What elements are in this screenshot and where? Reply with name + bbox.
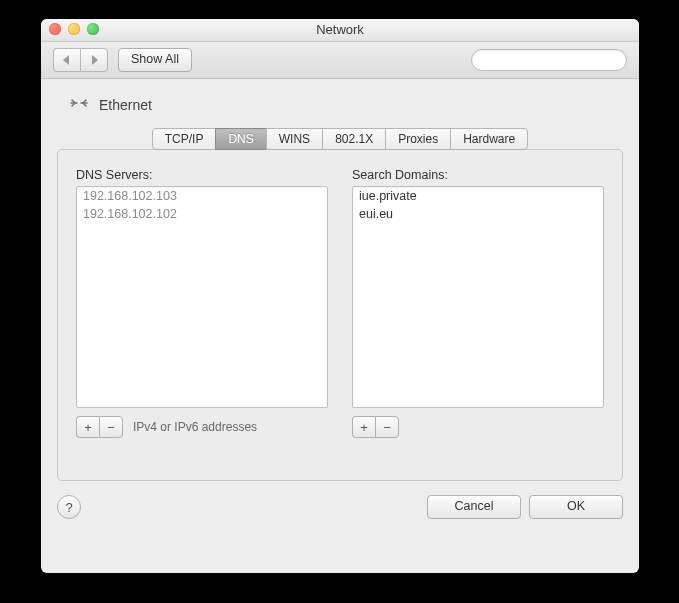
tab-proxies[interactable]: Proxies xyxy=(385,128,451,150)
nav-buttons xyxy=(53,48,108,72)
zoom-window-button[interactable] xyxy=(87,23,99,35)
traffic-lights xyxy=(49,23,99,35)
interface-name: Ethernet xyxy=(99,97,152,113)
tab-dns[interactable]: DNS xyxy=(215,128,266,150)
ethernet-icon xyxy=(67,91,91,118)
svg-marker-0 xyxy=(63,55,69,65)
search-field-wrap[interactable] xyxy=(471,49,627,71)
add-search-domain-button[interactable]: + xyxy=(352,416,375,438)
tab-wins[interactable]: WINS xyxy=(266,128,323,150)
tab-tcpip[interactable]: TCP/IP xyxy=(152,128,217,150)
titlebar: Network xyxy=(41,19,639,42)
toolbar: Show All xyxy=(41,42,639,79)
search-domains-listbox[interactable]: iue.private eui.eu xyxy=(352,186,604,408)
remove-search-domain-button[interactable]: − xyxy=(375,416,399,438)
triangle-right-icon xyxy=(90,55,98,65)
list-item[interactable]: iue.private xyxy=(353,187,603,205)
svg-marker-1 xyxy=(92,55,98,65)
forward-button[interactable] xyxy=(80,48,108,72)
add-dns-server-button[interactable]: + xyxy=(76,416,99,438)
list-item[interactable]: eui.eu xyxy=(353,205,603,223)
close-window-button[interactable] xyxy=(49,23,61,35)
dns-servers-column: DNS Servers: 192.168.102.103 192.168.102… xyxy=(76,168,328,438)
dns-servers-listbox[interactable]: 192.168.102.103 192.168.102.102 xyxy=(76,186,328,408)
back-button[interactable] xyxy=(53,48,80,72)
content: Ethernet TCP/IP DNS WINS 802.1X Proxies … xyxy=(41,79,639,531)
search-domains-label: Search Domains: xyxy=(352,168,604,182)
dns-servers-hint: IPv4 or IPv6 addresses xyxy=(133,420,257,434)
footer: ? Cancel OK xyxy=(57,495,623,519)
dns-servers-label: DNS Servers: xyxy=(76,168,328,182)
window: Network Show All xyxy=(41,19,639,573)
dns-panel: DNS Servers: 192.168.102.103 192.168.102… xyxy=(57,149,623,481)
remove-dns-server-button[interactable]: − xyxy=(99,416,123,438)
dns-servers-add-remove: + − xyxy=(76,416,123,438)
triangle-left-icon xyxy=(63,55,71,65)
show-all-button[interactable]: Show All xyxy=(118,48,192,72)
ok-button[interactable]: OK xyxy=(529,495,623,519)
tab-8021x[interactable]: 802.1X xyxy=(322,128,386,150)
list-item[interactable]: 192.168.102.103 xyxy=(77,187,327,205)
minimize-window-button[interactable] xyxy=(68,23,80,35)
list-item[interactable]: 192.168.102.102 xyxy=(77,205,327,223)
tabs: TCP/IP DNS WINS 802.1X Proxies Hardware xyxy=(57,128,623,150)
tab-hardware[interactable]: Hardware xyxy=(450,128,528,150)
search-domains-add-remove: + − xyxy=(352,416,399,438)
search-domains-column: Search Domains: iue.private eui.eu + − xyxy=(352,168,604,438)
interface-header: Ethernet xyxy=(57,91,623,128)
window-title: Network xyxy=(316,22,364,37)
help-button[interactable]: ? xyxy=(57,495,81,519)
search-input[interactable] xyxy=(482,52,636,68)
cancel-button[interactable]: Cancel xyxy=(427,495,521,519)
